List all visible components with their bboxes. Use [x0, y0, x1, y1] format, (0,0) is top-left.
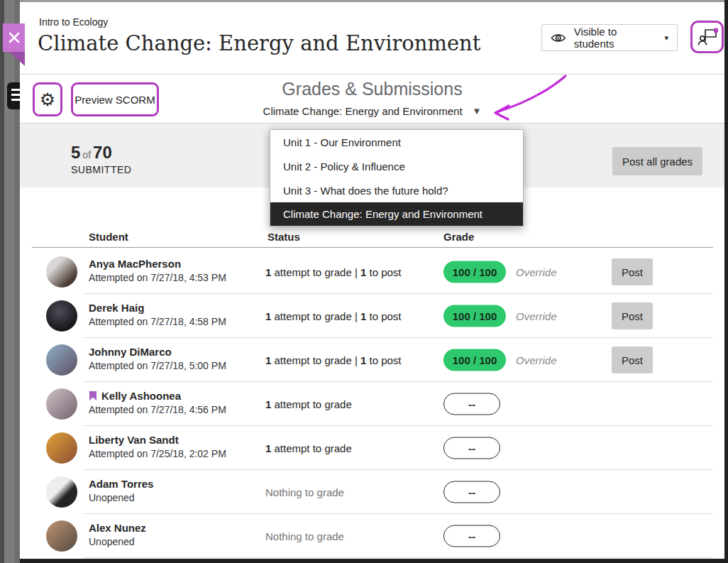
student-activity-button[interactable]	[690, 21, 724, 53]
eye-icon	[551, 33, 566, 43]
assessment-selector[interactable]: Climate Change: Energy and Environment ▼	[20, 105, 724, 117]
submitted-label: SUBMITTED	[71, 164, 131, 175]
close-icon	[6, 30, 22, 45]
table-row[interactable]: Anya MacPherson Attempted on 7/27/18, 4:…	[20, 250, 724, 294]
avatar	[46, 520, 77, 552]
student-name: Derek Haig	[89, 302, 144, 314]
status-text: Nothing to grade	[265, 530, 344, 542]
student-name: Johnny DiMarco	[89, 346, 172, 358]
of-label: of	[80, 149, 93, 160]
student-name: Alex Nunez	[89, 522, 146, 534]
assessment-selector-label: Climate Change: Energy and Environment	[263, 105, 463, 117]
grade-pill[interactable]: 100 / 100	[443, 349, 506, 371]
assessment-panel: Intro to Ecology Climate Change: Energy …	[20, 0, 724, 559]
avatar	[46, 432, 77, 464]
student-name: Adam Torres	[89, 478, 153, 490]
submitted-count: 5	[71, 143, 80, 162]
avatar	[46, 344, 77, 376]
total-count: 70	[93, 143, 112, 162]
status-text: 1 attempt to grade | 1 to post	[265, 310, 402, 322]
avatar	[46, 300, 77, 332]
grade-pill-empty[interactable]: --	[443, 481, 500, 503]
page-title: Climate Change: Energy and Environment	[38, 31, 480, 55]
attempt-subtitle: Attempted on 7/25/18, 2:02 PM	[89, 448, 226, 459]
visibility-dropdown-button[interactable]: Visible to students ▾	[541, 24, 678, 51]
student-name: Liberty Van Sandt	[89, 434, 179, 446]
attempt-subtitle: Attempted on 7/27/18, 5:00 PM	[89, 360, 226, 371]
menu-item-unit-1[interactable]: Unit 1 - Our Environment	[270, 130, 523, 154]
attempt-subtitle: Attempted on 7/27/18, 4:58 PM	[89, 316, 226, 327]
post-button[interactable]: Post	[612, 302, 653, 329]
status-text: 1 attempt to grade	[265, 442, 352, 454]
course-name: Intro to Ecology	[39, 16, 108, 28]
column-header-status: Status	[268, 231, 300, 243]
dropdown-caret-icon: ▼	[473, 106, 482, 116]
panel-fold-decoration	[9, 52, 25, 66]
menu-item-unit-3[interactable]: Unit 3 - What does the future hold?	[270, 178, 523, 202]
table-row[interactable]: Kelly Ashoonea Attempted on 7/27/18, 4:5…	[20, 382, 724, 426]
attempt-subtitle: Unopened	[89, 536, 146, 547]
grade-pill[interactable]: 100 / 100	[443, 261, 506, 283]
status-text: Nothing to grade	[265, 486, 344, 498]
grade-pill-empty[interactable]: --	[443, 437, 500, 459]
post-button[interactable]: Post	[612, 346, 653, 373]
menu-item-unit-2[interactable]: Unit 2 - Policy & Influence	[270, 154, 523, 178]
header-divider	[20, 74, 724, 75]
table-header-divider	[32, 247, 713, 248]
table-row[interactable]: Johnny DiMarco Attempted on 7/27/18, 5:0…	[20, 338, 724, 382]
hamburger-menu-button[interactable]	[7, 82, 20, 109]
grade-pill-empty[interactable]: --	[443, 393, 500, 415]
avatar	[46, 256, 77, 288]
table-row[interactable]: Adam Torres Unopened Nothing to grade --	[20, 470, 724, 514]
status-text: 1 attempt to grade	[265, 398, 352, 410]
person-flag-notification-icon	[697, 26, 718, 48]
assessment-dropdown-menu: Unit 1 - Our Environment Unit 2 - Policy…	[270, 129, 524, 226]
override-label: Override	[516, 354, 557, 366]
avatar	[46, 476, 77, 508]
post-button[interactable]: Post	[612, 258, 653, 285]
close-panel-button[interactable]	[3, 23, 25, 52]
attempt-subtitle: Attempted on 7/27/18, 4:53 PM	[89, 272, 226, 283]
bookmark-flag-icon	[89, 390, 97, 401]
avatar	[46, 388, 77, 420]
chevron-down-icon: ▾	[664, 33, 668, 43]
submissions-list: Anya MacPherson Attempted on 7/27/18, 4:…	[20, 250, 724, 558]
attempt-subtitle: Attempted on 7/27/18, 4:56 PM	[89, 404, 226, 415]
status-text: 1 attempt to grade | 1 to post	[265, 354, 402, 366]
table-row[interactable]: Liberty Van Sandt Attempted on 7/25/18, …	[20, 426, 724, 470]
grade-pill[interactable]: 100 / 100	[443, 305, 506, 327]
annotation-arrow	[487, 73, 568, 123]
app-window: Intro to Ecology Climate Change: Energy …	[0, 0, 728, 563]
attempt-subtitle: Unopened	[89, 492, 153, 503]
table-row[interactable]: Derek Haig Attempted on 7/27/18, 4:58 PM…	[20, 294, 724, 338]
window-top-edge	[20, 0, 724, 2]
panel-title: Grades & Submissions	[20, 79, 724, 99]
grade-pill-empty[interactable]: --	[443, 525, 500, 547]
table-row[interactable]: Alex Nunez Unopened Nothing to grade --	[20, 514, 724, 558]
student-name: Kelly Ashoonea	[101, 390, 181, 402]
background-page-strip	[0, 0, 20, 563]
post-all-grades-button[interactable]: Post all grades	[612, 147, 702, 175]
status-text: 1 attempt to grade | 1 to post	[265, 266, 402, 278]
submission-stats: 5of70 SUBMITTED	[71, 143, 131, 175]
menu-item-climate-change-selected[interactable]: Climate Change: Energy and Environment	[270, 202, 523, 226]
override-label: Override	[516, 310, 557, 322]
visibility-label: Visible to students	[574, 26, 656, 50]
override-label: Override	[516, 266, 557, 278]
column-header-student: Student	[89, 231, 128, 243]
column-header-grade: Grade	[443, 231, 474, 243]
student-name: Anya MacPherson	[89, 258, 181, 270]
